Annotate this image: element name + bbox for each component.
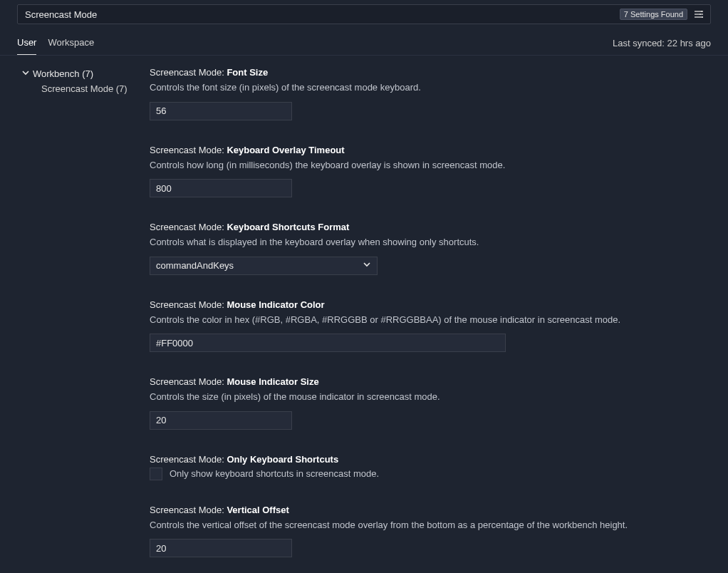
setting-description: Controls how long (in milliseconds) the …: [150, 158, 677, 172]
setting-title-name: Only Keyboard Shortcuts: [227, 454, 338, 465]
setting-title-prefix: Screencast Mode:: [150, 505, 227, 515]
setting-title-prefix: Screencast Mode:: [150, 454, 227, 465]
tab-workspace[interactable]: Workspace: [48, 31, 94, 55]
setting-item: Screencast Mode: Mouse Indicator SizeCon…: [150, 376, 677, 430]
settings-list[interactable]: Screencast Mode: Font SizeControls the f…: [150, 56, 728, 573]
setting-description: Only show keyboard shortcuts in screenca…: [170, 468, 379, 479]
setting-title: Screencast Mode: Mouse Indicator Size: [150, 376, 677, 387]
setting-title: Screencast Mode: Keyboard Overlay Timeou…: [150, 145, 677, 155]
setting-title-name: Keyboard Shortcuts Format: [227, 222, 349, 232]
setting-title-name: Vertical Offset: [227, 505, 288, 515]
setting-description: Controls the vertical offset of the scre…: [150, 518, 677, 532]
setting-title: Screencast Mode: Only Keyboard Shortcuts: [150, 454, 677, 465]
setting-title: Screencast Mode: Font Size: [150, 67, 677, 78]
setting-number-input[interactable]: [150, 179, 292, 197]
setting-item: Screencast Mode: Keyboard Shortcuts Form…: [150, 222, 677, 275]
setting-title-prefix: Screencast Mode:: [150, 299, 227, 310]
setting-item: Screencast Mode: Vertical OffsetControls…: [150, 505, 677, 558]
setting-description: Controls what is displayed in the keyboa…: [150, 235, 677, 249]
setting-text-input[interactable]: [150, 334, 506, 352]
setting-title-prefix: Screencast Mode:: [150, 67, 227, 78]
setting-number-input[interactable]: [150, 102, 292, 120]
setting-title: Screencast Mode: Keyboard Shortcuts Form…: [150, 222, 677, 232]
tab-user[interactable]: User: [17, 31, 36, 55]
setting-item: Screencast Mode: Font SizeControls the f…: [150, 67, 677, 120]
setting-number-input[interactable]: [150, 539, 292, 557]
setting-title-name: Mouse Indicator Color: [227, 299, 324, 310]
tree-item-screencast-mode[interactable]: Screencast Mode (7): [21, 83, 150, 94]
setting-select-value: commandAndKeys: [156, 260, 234, 271]
chevron-down-icon: [21, 68, 30, 79]
setting-title: Screencast Mode: Mouse Indicator Color: [150, 299, 677, 310]
setting-item: Screencast Mode: Mouse Indicator ColorCo…: [150, 299, 677, 353]
setting-title: Screencast Mode: Vertical Offset: [150, 505, 677, 515]
tree-item-workbench[interactable]: Workbench (7): [21, 68, 150, 79]
settings-tree: Workbench (7) Screencast Mode (7): [0, 56, 150, 573]
setting-title-prefix: Screencast Mode:: [150, 376, 227, 387]
setting-item: Screencast Mode: Only Keyboard Shortcuts…: [150, 454, 677, 480]
chevron-down-icon: [363, 260, 371, 271]
results-count-badge: 7 Settings Found: [620, 9, 687, 20]
search-query-text: Screencast Mode: [25, 9, 97, 20]
setting-checkbox[interactable]: [150, 468, 162, 480]
setting-title-name: Font Size: [227, 67, 268, 78]
setting-description: Controls the color in hex (#RGB, #RGBA, …: [150, 313, 677, 327]
sync-status: Last synced: 22 hrs ago: [613, 38, 711, 48]
filter-icon[interactable]: [692, 7, 706, 21]
setting-description: Controls the font size (in pixels) of th…: [150, 81, 677, 95]
setting-number-input[interactable]: [150, 411, 292, 430]
tree-label: Workbench (7): [33, 68, 93, 79]
setting-description: Controls the size (in pixels) of the mou…: [150, 390, 677, 404]
setting-title-prefix: Screencast Mode:: [150, 222, 227, 232]
setting-select[interactable]: commandAndKeys: [150, 257, 378, 275]
setting-title-name: Mouse Indicator Size: [227, 376, 318, 387]
settings-search-input[interactable]: Screencast Mode 7 Settings Found: [17, 4, 711, 24]
setting-title-name: Keyboard Overlay Timeout: [227, 145, 344, 155]
setting-title-prefix: Screencast Mode:: [150, 145, 227, 155]
setting-item: Screencast Mode: Keyboard Overlay Timeou…: [150, 145, 677, 198]
